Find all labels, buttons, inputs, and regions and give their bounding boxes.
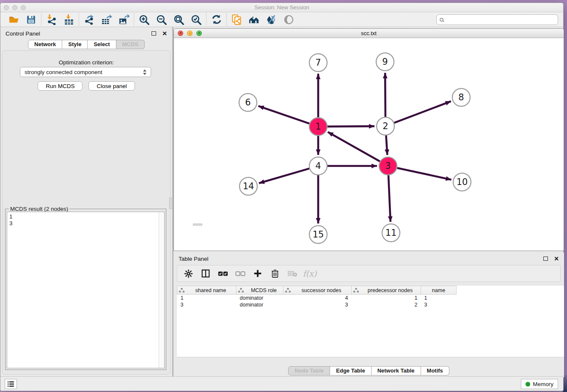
tab-style[interactable]: Style — [62, 40, 88, 49]
float-table-panel-icon[interactable] — [543, 257, 548, 261]
graph-edge-1-2[interactable] — [328, 126, 374, 127]
table-cell[interactable]: dominator — [237, 295, 284, 301]
memory-status-icon — [526, 382, 530, 386]
run-mcds-button[interactable]: Run MCDS — [38, 81, 83, 91]
table-cell[interactable]: 3 — [177, 301, 237, 308]
function-builder-icon: f(x) — [305, 268, 315, 279]
task-history-button[interactable] — [5, 379, 17, 389]
graph-node-label: 10 — [457, 177, 468, 187]
optimization-criterion-label: Optimization criterion: — [3, 59, 170, 66]
table-cell[interactable]: 2 — [352, 301, 421, 308]
table-cell[interactable]: 4 — [284, 295, 352, 301]
export-image-icon[interactable] — [118, 14, 129, 25]
table-cell[interactable]: 1 — [177, 295, 237, 301]
delete-columns-icon[interactable] — [270, 268, 280, 279]
result-line: 1 — [9, 213, 157, 220]
apply-layout-icon[interactable] — [211, 14, 222, 25]
graph-node-label: 14 — [243, 181, 254, 191]
column-header-successor-nodes[interactable]: successor nodes — [284, 286, 352, 295]
import-network-icon[interactable] — [46, 14, 57, 25]
zoom-out-icon[interactable] — [156, 14, 167, 25]
close-panel-icon[interactable]: ✕ — [162, 30, 167, 36]
export-network-icon[interactable] — [83, 14, 95, 25]
save-session-icon[interactable] — [25, 14, 37, 25]
close-table-panel-icon[interactable]: ✕ — [554, 256, 559, 262]
graph-edge-3-10[interactable] — [397, 168, 451, 180]
criterion-dropdown[interactable]: strongly connected component — [20, 67, 151, 77]
search-icon — [440, 18, 443, 22]
zoom-selected-icon[interactable] — [190, 14, 202, 25]
column-header-mcds-role[interactable]: MCDS role — [237, 286, 284, 295]
window-title: Session: New Session — [0, 4, 563, 11]
network-window-titlebar[interactable]: × − + scc.txt — [174, 29, 564, 38]
table-toolbar: f(x) — [177, 265, 561, 282]
tab-network-table[interactable]: Network Table — [372, 366, 421, 375]
graph-edge-2-9[interactable] — [385, 73, 385, 117]
control-panel: Control Panel ✕ NetworkStyleSelectMCDS O… — [0, 27, 172, 377]
tab-motifs[interactable]: Motifs — [421, 366, 449, 375]
show-columns-icon[interactable] — [201, 268, 211, 279]
node-table: shared nameMCDS rolesuccessor nodesprede… — [177, 286, 457, 308]
export-table-icon[interactable] — [101, 14, 112, 25]
graph-node-label: 6 — [245, 97, 250, 108]
network-canvas[interactable]: 7968124314101511 — [174, 38, 564, 251]
import-table-icon[interactable] — [63, 14, 74, 25]
fx-label: f(x) — [303, 269, 317, 278]
tab-node-table[interactable]: Node Table — [288, 366, 330, 375]
unselect-all-columns-icon[interactable] — [235, 268, 245, 279]
splitter-grip[interactable] — [169, 198, 173, 209]
table-row[interactable]: 3dominator323 — [177, 301, 457, 308]
float-panel-icon[interactable] — [151, 31, 156, 36]
table-cell[interactable]: dominator — [237, 301, 284, 308]
control-panel-title: Control Panel — [6, 30, 151, 37]
open-session-icon[interactable] — [8, 14, 19, 25]
duplicate-network-icon[interactable] — [231, 14, 242, 25]
add-column-icon[interactable] — [253, 268, 263, 279]
column-header-predecessor-nodes[interactable]: predecessor nodes — [352, 286, 421, 295]
graph-node-label: 2 — [383, 121, 388, 131]
table-tabs: Node TableEdge TableNetwork TableMotifs — [173, 366, 564, 375]
hierarchy-icon — [353, 288, 359, 293]
network-overview-icon[interactable] — [248, 14, 260, 25]
column-header-shared-name[interactable]: shared name — [177, 286, 237, 295]
graph-edge-2-8[interactable] — [394, 101, 451, 123]
settings-gear-icon[interactable] — [183, 268, 193, 279]
zoom-in-icon[interactable] — [138, 14, 150, 25]
table-row[interactable]: 1dominator411 — [177, 295, 457, 301]
graph-edge-3-11[interactable] — [388, 175, 391, 222]
graph-node-label: 11 — [385, 228, 397, 238]
hierarchy-icon — [285, 288, 291, 293]
tab-edge-table[interactable]: Edge Table — [330, 366, 371, 375]
network-view-window: × − + scc.txt 7968124314101511 — [173, 28, 564, 251]
table-cell[interactable]: 3 — [284, 301, 352, 308]
table-cell[interactable]: 1 — [352, 295, 421, 301]
graph-edge-1-6[interactable] — [259, 106, 310, 123]
table-cell[interactable]: 1 — [421, 295, 457, 301]
mcds-result-text[interactable]: 13 — [7, 212, 159, 368]
graphics-details-icon[interactable] — [266, 14, 277, 25]
result-scrollbar[interactable] — [159, 212, 164, 368]
tab-mcds[interactable]: MCDS — [116, 40, 145, 49]
mcds-tab-content: Optimization criterion: strongly connect… — [2, 50, 171, 375]
column-header-name[interactable]: name — [421, 286, 457, 295]
delete-table-icon — [287, 268, 297, 279]
graph-edge-3-1[interactable] — [328, 132, 380, 161]
horizontal-splitter-grip[interactable] — [193, 224, 202, 226]
close-panel-button[interactable]: Close panel — [88, 81, 135, 91]
graph-node-label: 8 — [458, 92, 464, 102]
tab-network[interactable]: Network — [28, 40, 62, 49]
memory-button[interactable]: Memory — [521, 379, 558, 389]
table-cell[interactable]: 3 — [421, 301, 457, 308]
table-panel-title: Table Panel — [179, 256, 543, 262]
result-line: 3 — [9, 220, 157, 227]
search-input[interactable] — [436, 14, 558, 25]
tab-select[interactable]: Select — [88, 40, 116, 49]
graph-node-label: 4 — [315, 161, 321, 171]
mcds-result-box: MCDS result (2 nodes) 13 — [5, 209, 166, 370]
show-hide-panel-icon[interactable] — [283, 14, 295, 25]
select-all-columns-icon[interactable] — [218, 268, 228, 279]
graph-edge-2-3[interactable] — [386, 135, 387, 155]
table-header-row: shared nameMCDS rolesuccessor nodesprede… — [177, 286, 457, 295]
zoom-fit-icon[interactable] — [173, 14, 184, 25]
graph-edge-4-14[interactable] — [259, 168, 309, 183]
